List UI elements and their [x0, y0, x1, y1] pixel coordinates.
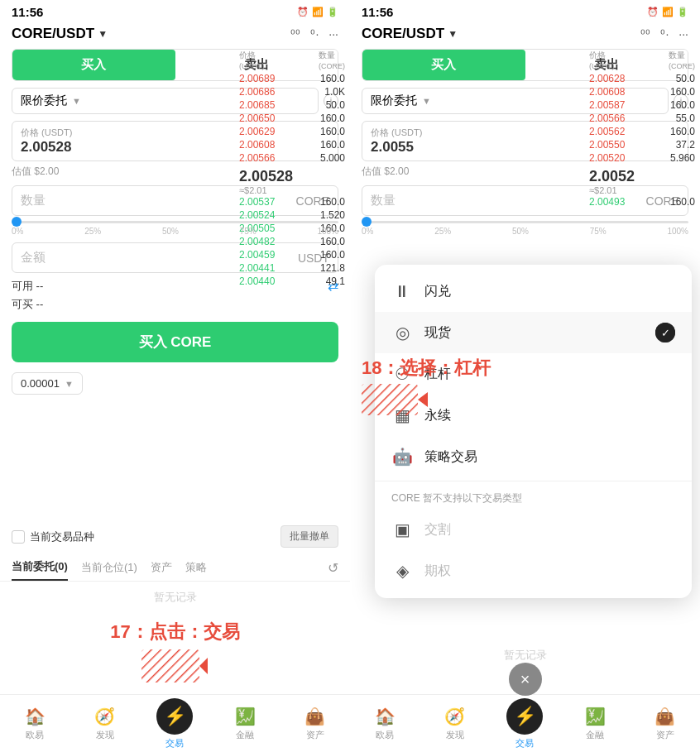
buy-button-left[interactable]: 买入 CORE	[12, 322, 338, 362]
assets-icon: 👜	[304, 706, 325, 726]
tab-ouyia-right[interactable]: 🏠 欧易	[350, 695, 420, 752]
trade-fab-left[interactable]: ⚡	[156, 698, 193, 735]
ob-ask-row-r: 2.0056655.0	[584, 112, 700, 125]
pair-title-right[interactable]: CORE/USDT ▼	[362, 26, 458, 42]
chart-icon-right[interactable]: ⁰·	[660, 27, 669, 41]
refresh-icon-left[interactable]: ↺	[328, 560, 338, 576]
svg-marker-5	[418, 392, 428, 407]
increment-value-left: 0.00001	[21, 377, 60, 390]
tab-orders-left[interactable]: 当前委托(0)	[12, 554, 68, 581]
tab-positions-left[interactable]: 当前仓位(1)	[81, 555, 137, 580]
ob-ask-row: 2.006861.0K	[234, 85, 350, 98]
disabled-section-label: CORE 暂不支持以下交易类型	[375, 485, 692, 509]
tab-discover-label-right: 发现	[446, 729, 464, 741]
menu-item-spot[interactable]: ◎ 现货 ✓	[375, 312, 692, 353]
chart-icon[interactable]: ⁰·	[310, 27, 319, 41]
close-icon-right: ×	[520, 670, 530, 689]
left-panel: 11:56 ⏰ 📶 🔋 CORE/USDT ▼ ⁰⁰ ⁰· ··· 价格(USD…	[0, 0, 350, 752]
slider-right[interactable]: 0% 25% 50% 75% 100%	[362, 221, 688, 236]
ob-price-header: 价格(USDT)	[239, 50, 265, 70]
tab-finance-label-left: 金融	[236, 729, 254, 741]
time-left: 11:56	[12, 5, 43, 19]
increment-select-left[interactable]: 0.00001 ▼	[12, 372, 83, 395]
slider-thumb-left[interactable]	[12, 217, 22, 227]
ob-bid-row: 2.00537160.0	[234, 195, 350, 208]
ob-ask-row: 2.00689160.0	[234, 72, 350, 85]
menu-divider	[375, 481, 692, 481]
ob-mid-sub-left: ≈$2.01	[234, 185, 350, 195]
ob-bid-row-r: 2.00493160.0	[584, 195, 700, 208]
checkbox-label-left: 当前交易品种	[30, 529, 94, 544]
tab-trade-right[interactable]: ⚡ 交易	[490, 695, 560, 752]
slider-left[interactable]: 0% 25% 50% 75% 100%	[12, 221, 338, 236]
more-icon-right[interactable]: ···	[678, 27, 688, 41]
ob-ask-row-r: 2.00587160.0	[584, 98, 700, 112]
finance-icon: 💹	[235, 706, 256, 726]
menu-item-strategy[interactable]: 🤖 策略交易	[375, 436, 692, 477]
discover-icon-right: 🧭	[444, 706, 465, 726]
ob-ask-row-r: 2.0062850.0	[584, 72, 700, 85]
step-17-arrow	[110, 649, 239, 694]
flash-icon: ⏸	[391, 282, 413, 301]
slider-thumb-right[interactable]	[362, 217, 372, 227]
status-icons-right: ⏰ 📶 🔋	[647, 7, 688, 17]
slider-track-left	[12, 221, 338, 223]
top-icons-left: ⁰⁰ ⁰· ···	[290, 27, 338, 41]
tab-assets-left[interactable]: 资产	[151, 555, 172, 580]
top-bar-right: CORE/USDT ▼ ⁰⁰ ⁰· ···	[350, 22, 700, 49]
pair-name-left: CORE/USDT	[12, 26, 94, 42]
top-icons-right: ⁰⁰ ⁰· ···	[640, 27, 688, 41]
select-arrow-left: ▼	[72, 96, 81, 106]
status-bar-right: 11:56 ⏰ 📶 🔋	[350, 0, 700, 22]
slider-labels-right: 0% 25% 50% 75% 100%	[362, 227, 688, 236]
annotation-17: 17：点击：交易	[110, 620, 239, 694]
qty-placeholder-left: 数量	[21, 193, 46, 208]
tab-assets-bottom-right[interactable]: 👜 资产	[630, 695, 700, 752]
empty-label-left: 暂无记录	[154, 590, 197, 605]
svg-marker-2	[199, 658, 208, 674]
amount-placeholder-left: 金额	[21, 250, 46, 266]
menu-item-flash[interactable]: ⏸ 闪兑	[375, 271, 692, 312]
buy-label-left: 可买 --	[12, 297, 338, 312]
order-type-label-right: 限价委托	[371, 93, 417, 108]
options-icon: ◈	[391, 561, 413, 581]
close-button-right[interactable]: ×	[509, 663, 542, 696]
tab-assets-bottom-left[interactable]: 👜 资产	[280, 695, 350, 752]
tab-trade-label-left: 交易	[165, 737, 184, 750]
strategy-icon: 🤖	[391, 447, 413, 467]
svg-rect-1	[141, 649, 199, 683]
step-17-text: 17：点击：交易	[110, 620, 239, 644]
pair-arrow-left: ▼	[98, 28, 108, 40]
menu-item-flash-label: 闪兑	[424, 283, 451, 300]
checkbox-left[interactable]	[12, 530, 25, 544]
buy-tab-left[interactable]: 买入	[12, 50, 175, 80]
ob-header-left: 价格(USDT) 数量(CORE)	[234, 50, 350, 70]
tab-trade-left[interactable]: ⚡ 交易	[140, 695, 210, 752]
pair-title-left[interactable]: CORE/USDT ▼	[12, 26, 108, 42]
ob-bid-row: 2.00441121.8	[234, 261, 350, 275]
candlestick-icon-right[interactable]: ⁰⁰	[640, 27, 650, 41]
avail-label-left: 可用 --	[12, 279, 43, 294]
status-bar-left: 11:56 ⏰ 📶 🔋	[0, 0, 350, 22]
tab-discover-right[interactable]: 🧭 发现	[420, 695, 491, 752]
candlestick-icon[interactable]: ⁰⁰	[290, 27, 300, 41]
tab-strategy-left[interactable]: 策略	[185, 555, 207, 580]
tab-ouyia-left[interactable]: 🏠 欧易	[0, 695, 70, 752]
ob-ask-row-r: 2.00608160.0	[584, 85, 700, 98]
buy-tab-right[interactable]: 买入	[362, 50, 525, 80]
spot-icon: ◎	[391, 323, 413, 342]
tab-discover-left[interactable]: 🧭 发现	[70, 695, 141, 752]
more-icon[interactable]: ···	[328, 27, 338, 41]
tab-finance-right[interactable]: 💹 金融	[560, 695, 630, 752]
menu-item-options-label: 期权	[424, 563, 451, 580]
batch-cancel-left[interactable]: 批量撤单	[280, 525, 338, 548]
right-panel: 11:56 ⏰ 📶 🔋 CORE/USDT ▼ ⁰⁰ ⁰· ··· 价格(USD…	[350, 0, 700, 752]
tab-finance-left[interactable]: 💹 金融	[210, 695, 280, 752]
orderbook-left: 价格(USDT) 数量(CORE) 2.00689160.0 2.006861.…	[234, 50, 350, 288]
ouyia-icon-right: 🏠	[375, 706, 396, 726]
annotation-18: 18：选择：杠杆	[362, 356, 491, 417]
sub-tabs-left: 当前委托(0) 当前仓位(1) 资产 策略 ↺	[0, 554, 350, 582]
time-right: 11:56	[362, 5, 393, 19]
trade-fab-right[interactable]: ⚡	[506, 698, 543, 735]
ob-ask-row: 2.00608160.0	[234, 138, 350, 151]
